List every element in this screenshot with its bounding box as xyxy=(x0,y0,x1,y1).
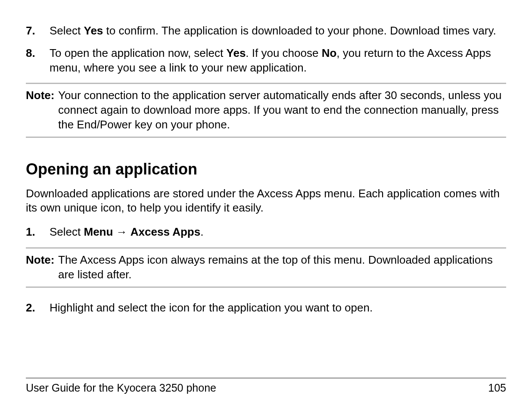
bold-text: Yes xyxy=(227,47,246,59)
step-marker: 8. xyxy=(26,46,50,75)
text: Select xyxy=(50,225,84,238)
section-paragraph: Downloaded applications are stored under… xyxy=(26,187,506,216)
note-block-1: Note: Your connection to the application… xyxy=(26,83,506,137)
step-body: Select Yes to confirm. The application i… xyxy=(50,24,506,38)
text: . xyxy=(200,225,203,238)
section-heading: Opening an application xyxy=(26,159,506,180)
note-label: Note: xyxy=(26,253,58,282)
footer-title: User Guide for the Kyocera 3250 phone xyxy=(26,381,216,395)
text: To open the application now, select xyxy=(50,47,227,59)
text: → xyxy=(113,225,130,238)
step-item: 8.To open the application now, select Ye… xyxy=(26,46,506,75)
text: Highlight and select the icon for the ap… xyxy=(50,301,373,314)
bold-text: Axcess Apps xyxy=(131,225,200,238)
step-marker: 2. xyxy=(26,301,50,315)
page-number: 105 xyxy=(488,381,506,395)
text: . If you choose xyxy=(246,47,321,59)
bold-text: Yes xyxy=(84,24,103,37)
step-body: Highlight and select the icon for the ap… xyxy=(50,301,506,315)
bold-text: Menu xyxy=(84,225,113,238)
page-footer: User Guide for the Kyocera 3250 phone 10… xyxy=(26,378,506,395)
step-marker: 1. xyxy=(26,225,50,240)
step-item: 7.Select Yes to confirm. The application… xyxy=(26,24,506,38)
text: Select xyxy=(50,24,84,37)
step-marker: 7. xyxy=(26,24,50,38)
note-body: Your connection to the application serve… xyxy=(58,88,506,132)
step-1: 1. Select Menu → Axcess Apps. xyxy=(26,225,506,240)
bold-text: No xyxy=(322,47,337,59)
step-body: To open the application now, select Yes.… xyxy=(50,46,506,75)
text: to confirm. The application is downloade… xyxy=(103,24,496,37)
steps-first-list: 7.Select Yes to confirm. The application… xyxy=(26,24,506,75)
note-block-2: Note: The Axcess Apps icon always remain… xyxy=(26,247,506,288)
step-2: 2. Highlight and select the icon for the… xyxy=(26,301,506,315)
note-label: Note: xyxy=(26,88,58,132)
note-body: The Axcess Apps icon always remains at t… xyxy=(58,253,506,282)
step-body: Select Menu → Axcess Apps. xyxy=(50,225,506,240)
